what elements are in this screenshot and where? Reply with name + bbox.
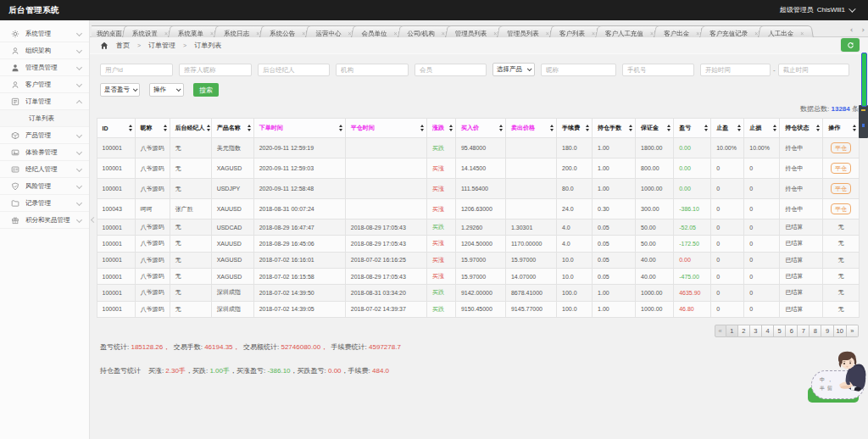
tab-close-icon[interactable]: × xyxy=(800,31,804,36)
sort-icon[interactable] xyxy=(586,125,589,131)
page-next-button[interactable]: » xyxy=(847,325,859,337)
sort-icon[interactable] xyxy=(164,125,167,131)
tab-close-icon[interactable]: × xyxy=(210,31,214,36)
column-header-持仓手数[interactable]: 持仓手数 xyxy=(593,119,636,138)
page-prev-button[interactable]: « xyxy=(715,325,726,337)
breadcrumb-home[interactable]: 首页 xyxy=(116,41,130,50)
column-header-卖出价格[interactable]: 卖出价格 xyxy=(505,119,556,138)
sort-icon[interactable] xyxy=(629,125,632,131)
column-header-手续费[interactable]: 手续费 xyxy=(557,119,593,138)
filter-input-截止时间[interactable] xyxy=(778,64,849,76)
tab-close-icon[interactable]: × xyxy=(546,31,549,36)
sidebar-item-5[interactable]: 产品管理 xyxy=(0,127,89,144)
page-button-5[interactable]: 5 xyxy=(774,325,786,337)
sidebar-item-1[interactable]: 组织架构 xyxy=(0,42,89,59)
column-header-产品名称[interactable]: 产品名称 xyxy=(211,119,253,138)
column-header-买入价[interactable]: 买入价 xyxy=(455,119,505,138)
sidebar-item-10[interactable]: 积分和奖品管理 xyxy=(0,212,89,229)
column-header-涨跌[interactable]: 涨跌 xyxy=(426,119,455,138)
page-button-2[interactable]: 2 xyxy=(738,325,750,337)
scrollbar-thumb[interactable] xyxy=(861,53,867,107)
page-button-3[interactable]: 3 xyxy=(750,325,762,337)
filter-input-开始时间[interactable] xyxy=(700,64,771,76)
breadcrumb-order-list[interactable]: 订单列表 xyxy=(194,41,221,50)
sidebar-item-3[interactable]: 客户管理 xyxy=(0,76,89,93)
sidebar-subitem-订单列表[interactable]: 订单列表 xyxy=(0,110,89,127)
tab-close-icon[interactable]: × xyxy=(302,31,305,36)
column-header-平仓时间[interactable]: 平仓时间 xyxy=(345,119,426,138)
sidebar-item-2[interactable]: 管理员管理 xyxy=(0,59,89,76)
tab-close-icon[interactable]: × xyxy=(442,31,445,36)
filter-select-选择产品[interactable]: 选择产品 xyxy=(492,63,535,76)
tab-close-icon[interactable]: × xyxy=(348,31,351,36)
sort-icon[interactable] xyxy=(248,125,251,131)
filter-input-昵称[interactable] xyxy=(541,64,616,76)
sort-icon[interactable] xyxy=(207,125,210,131)
tab-人工出金[interactable]: 人工出金× xyxy=(758,25,814,37)
tab-close-icon[interactable]: × xyxy=(754,31,758,36)
page-button-4[interactable]: 4 xyxy=(762,325,774,337)
sort-icon[interactable] xyxy=(129,125,132,131)
tab-close-icon[interactable]: × xyxy=(256,31,259,36)
sort-icon[interactable] xyxy=(704,125,708,131)
page-button-6[interactable]: 6 xyxy=(786,325,798,337)
column-header-止损[interactable]: 止损 xyxy=(744,119,780,138)
sort-icon[interactable] xyxy=(550,125,554,131)
filter-select-操作[interactable]: 操作 xyxy=(149,83,184,97)
tab-scroll-right-button[interactable]: › xyxy=(861,24,865,36)
sort-icon[interactable] xyxy=(499,125,503,131)
page-button-10[interactable]: 10 xyxy=(834,325,847,337)
sort-icon[interactable] xyxy=(816,125,820,131)
filter-input-手机号[interactable] xyxy=(622,64,694,76)
close-position-button[interactable]: 平仓 xyxy=(831,142,851,153)
close-position-button[interactable]: 平仓 xyxy=(831,163,851,174)
column-header-盈亏[interactable]: 盈亏 xyxy=(674,119,711,138)
tab-close-icon[interactable]: × xyxy=(393,31,397,36)
sidebar-item-6[interactable]: 体验券管理 xyxy=(0,144,89,161)
column-header-保证金[interactable]: 保证金 xyxy=(636,119,674,138)
filter-input-用户id[interactable] xyxy=(100,64,173,76)
tab-close-icon[interactable]: × xyxy=(696,31,699,36)
filter-input-后台经纪人[interactable] xyxy=(258,64,330,76)
sort-icon[interactable] xyxy=(667,125,670,131)
sort-icon[interactable] xyxy=(737,125,741,131)
page-button-7[interactable]: 7 xyxy=(798,325,810,337)
column-header-ID[interactable]: ID xyxy=(97,119,135,138)
column-header-昵称[interactable]: 昵称 xyxy=(135,119,170,138)
sidebar-item-8[interactable]: 风险管理 xyxy=(0,178,89,195)
filter-select-是否盈亏[interactable]: 是否盈亏 xyxy=(100,83,140,97)
column-header-持仓状态[interactable]: 持仓状态 xyxy=(780,119,823,138)
tab-close-icon[interactable]: × xyxy=(164,31,168,36)
sort-icon[interactable] xyxy=(853,125,856,131)
sort-icon[interactable] xyxy=(449,125,453,131)
column-header-后台经纪人[interactable]: 后台经纪人 xyxy=(170,119,211,138)
sort-up-arrow-icon xyxy=(667,125,670,127)
sidebar-item-0[interactable]: 系统管理 xyxy=(0,25,89,42)
search-button[interactable]: 搜索 xyxy=(193,83,219,97)
column-header-止盈[interactable]: 止盈 xyxy=(711,119,744,138)
tab-scroll-left-button[interactable]: ‹ xyxy=(850,24,854,36)
breadcrumb-order-manage[interactable]: 订单管理 xyxy=(148,41,175,50)
filter-input-推荐人昵称[interactable] xyxy=(179,64,252,76)
page-button-1[interactable]: 1 xyxy=(726,325,738,337)
sidebar-item-9[interactable]: 记录管理 xyxy=(0,195,89,212)
tab-close-icon[interactable]: × xyxy=(650,31,654,36)
refresh-button[interactable] xyxy=(841,38,860,52)
sort-icon[interactable] xyxy=(420,125,424,131)
sort-icon[interactable] xyxy=(773,125,776,131)
sidebar-item-7[interactable]: 经纪人管理 xyxy=(0,161,89,178)
close-position-button[interactable]: 平仓 xyxy=(831,183,851,194)
page-button-9[interactable]: 9 xyxy=(821,325,833,337)
sort-icon[interactable] xyxy=(339,125,342,131)
column-header-操作[interactable]: 操作 xyxy=(823,119,859,138)
tab-close-icon[interactable]: × xyxy=(493,31,497,36)
sidebar-collapse-handle[interactable] xyxy=(90,212,97,227)
user-menu[interactable]: 超级管理员 ChisWill1 xyxy=(780,0,854,20)
filter-input-机构[interactable] xyxy=(336,64,409,76)
column-header-下单时间[interactable]: 下单时间 xyxy=(253,119,345,138)
tab-close-icon[interactable]: × xyxy=(592,31,595,36)
close-position-button[interactable]: 平仓 xyxy=(831,203,851,214)
sidebar-item-4[interactable]: 订单管理 xyxy=(0,93,89,110)
page-button-8[interactable]: 8 xyxy=(810,325,821,337)
filter-input-会员[interactable] xyxy=(415,64,487,76)
